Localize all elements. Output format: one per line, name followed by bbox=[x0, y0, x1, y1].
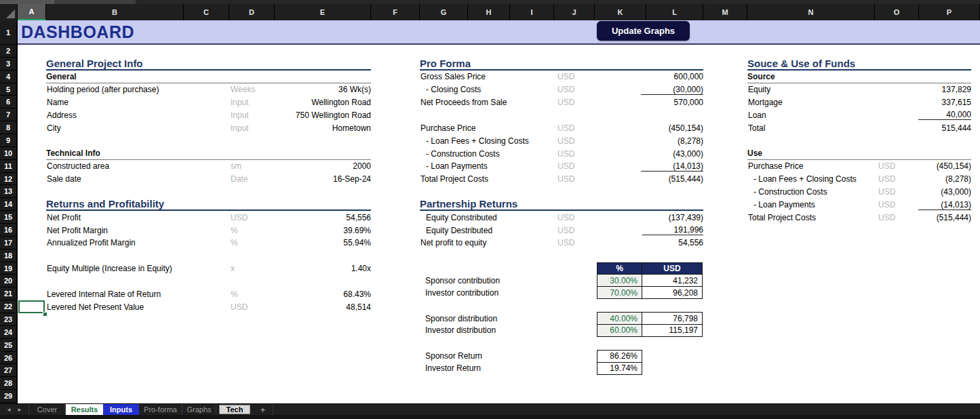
cell-label[interactable]: Total bbox=[747, 123, 878, 133]
row-header-15[interactable]: 15 bbox=[0, 211, 16, 224]
section-title[interactable]: Pro Forma bbox=[420, 58, 703, 71]
cell-unit[interactable]: USD bbox=[878, 187, 918, 197]
column-header-G[interactable]: G bbox=[420, 4, 468, 20]
add-sheet-button[interactable]: + bbox=[253, 404, 273, 415]
cell-value[interactable]: 515,444 bbox=[918, 123, 971, 133]
cell-unit[interactable]: USD bbox=[557, 98, 641, 107]
cell-usd-value[interactable]: 96,208 bbox=[642, 286, 703, 299]
cell-label[interactable]: Annualized Profit Margin bbox=[46, 238, 231, 247]
cell-label[interactable]: Investor Return bbox=[420, 362, 597, 375]
cell-unit[interactable]: x bbox=[231, 264, 271, 273]
cell-unit[interactable]: USD bbox=[557, 238, 642, 247]
cell-label[interactable]: Purchase Price bbox=[747, 161, 878, 171]
cell-value[interactable]: (30,000) bbox=[641, 85, 703, 95]
cell-label[interactable]: Sale date bbox=[46, 174, 231, 184]
column-header-E[interactable]: E bbox=[275, 4, 371, 20]
cell-unit[interactable]: USD bbox=[878, 200, 918, 210]
cell-label[interactable]: Net Proceeds from Sale bbox=[420, 98, 557, 107]
cell-value[interactable]: Hometown bbox=[271, 123, 371, 133]
cell-label[interactable]: Equity Destributed bbox=[420, 226, 557, 235]
row-header-28[interactable]: 28 bbox=[0, 377, 16, 390]
column-header-L[interactable]: L bbox=[646, 4, 703, 20]
cell-label[interactable]: - Construction Costs bbox=[747, 187, 878, 197]
subsection-header[interactable]: Technical Info bbox=[46, 147, 371, 160]
cell-label[interactable]: - Loan Payments bbox=[747, 200, 878, 210]
cell-value[interactable]: 570,000 bbox=[641, 98, 703, 107]
cell-unit[interactable]: Input bbox=[231, 98, 271, 107]
cell-label[interactable]: Net Profit bbox=[46, 213, 231, 222]
cell-pct-value[interactable]: 70.00% bbox=[597, 286, 642, 299]
cell-unit[interactable]: Input bbox=[231, 123, 271, 133]
cell-value[interactable]: 750 Wellington Road bbox=[271, 111, 371, 120]
cell-unit[interactable]: USD bbox=[557, 136, 641, 146]
select-all-corner[interactable] bbox=[0, 4, 18, 20]
row-header-21[interactable]: 21 bbox=[0, 287, 16, 300]
cell-value[interactable]: (450,154) bbox=[641, 123, 703, 133]
row-header-19[interactable]: 19 bbox=[0, 262, 16, 275]
cell-value[interactable]: 191,996 bbox=[642, 225, 703, 235]
cell-value[interactable]: (43,000) bbox=[641, 149, 703, 159]
cell-label[interactable]: - Loan Fees + Closing Costs bbox=[420, 136, 557, 146]
cell-value[interactable]: (8,278) bbox=[918, 174, 971, 184]
row-header-25[interactable]: 25 bbox=[0, 339, 16, 352]
cell-label[interactable]: Equity Multiple (Increase in Equity) bbox=[46, 264, 231, 273]
cell-value[interactable]: 55.94% bbox=[271, 238, 371, 247]
cell-label[interactable]: Investor distribution bbox=[420, 324, 597, 337]
cell-unit[interactable]: USD bbox=[557, 149, 641, 159]
cell-value[interactable]: 16-Sep-24 bbox=[271, 174, 371, 184]
cell-value[interactable]: 337,615 bbox=[918, 98, 971, 107]
cell-label[interactable]: - Closing Costs bbox=[420, 85, 557, 94]
row-header-11[interactable]: 11 bbox=[0, 160, 16, 173]
cell-value[interactable]: (14,013) bbox=[918, 200, 971, 210]
sheet-tab-cover[interactable]: Cover bbox=[28, 404, 66, 415]
row-header-6[interactable]: 6 bbox=[0, 96, 16, 108]
cell-value[interactable]: 68.43% bbox=[271, 290, 371, 299]
cell-label[interactable]: Total Project Costs bbox=[420, 174, 557, 184]
row-header-29[interactable]: 29 bbox=[0, 390, 16, 403]
cell-label[interactable]: Purchase Price bbox=[420, 123, 557, 133]
row-header-3[interactable]: 3 bbox=[0, 58, 16, 71]
subsection-header[interactable]: Source bbox=[747, 71, 971, 83]
column-header-A[interactable]: A bbox=[18, 4, 46, 20]
row-header-23[interactable]: 23 bbox=[0, 313, 16, 326]
row-header-20[interactable]: 20 bbox=[0, 275, 16, 287]
tab-scroll-right-icon[interactable]: ► bbox=[17, 407, 22, 413]
section-title[interactable]: Returns and Profitability bbox=[46, 198, 371, 211]
column-header-F[interactable]: F bbox=[371, 4, 420, 20]
subsection-header[interactable]: General bbox=[46, 71, 371, 83]
cell-label[interactable]: Sponsor Return bbox=[420, 350, 597, 363]
row-header-14[interactable]: 14 bbox=[0, 198, 16, 211]
cell-label[interactable]: Constructed area bbox=[46, 161, 231, 171]
cell-pct-value[interactable]: 30.00% bbox=[597, 274, 642, 287]
cell-value[interactable]: (515,444) bbox=[918, 213, 971, 222]
row-header-12[interactable]: 12 bbox=[0, 173, 16, 186]
cell-label[interactable]: - Construction Costs bbox=[420, 149, 557, 159]
cell-value[interactable]: (14,013) bbox=[641, 161, 703, 172]
cell-unit[interactable]: sm bbox=[231, 161, 271, 171]
cell-label[interactable]: Loan bbox=[747, 111, 878, 120]
cell-value[interactable]: 137,829 bbox=[918, 85, 971, 94]
cell-unit[interactable]: USD bbox=[878, 174, 918, 184]
row-header-22[interactable]: 22 bbox=[0, 300, 16, 313]
cell-label[interactable]: Sponsor distribution bbox=[420, 312, 597, 325]
row-header-13[interactable]: 13 bbox=[0, 185, 16, 198]
cell-usd-value[interactable]: 115,197 bbox=[642, 324, 703, 337]
cell-label[interactable]: Sponsor contribution bbox=[420, 274, 597, 287]
cell-value[interactable]: (8,278) bbox=[641, 136, 703, 146]
cell-label[interactable]: Name bbox=[46, 98, 231, 107]
cell-unit[interactable]: Weeks bbox=[231, 85, 271, 94]
cell-unit[interactable]: USD bbox=[878, 213, 918, 222]
row-header-1[interactable]: 1 bbox=[0, 20, 16, 45]
update-graphs-button[interactable]: Update Graphs bbox=[597, 21, 690, 41]
cell-unit[interactable]: USD bbox=[557, 213, 642, 222]
cell-usd-value[interactable]: 76,798 bbox=[642, 312, 703, 325]
cell-unit[interactable]: USD bbox=[557, 226, 642, 235]
cell-unit[interactable]: USD bbox=[557, 161, 641, 171]
row-header-16[interactable]: 16 bbox=[0, 224, 16, 237]
cell-unit[interactable]: Input bbox=[231, 111, 271, 120]
column-header-I[interactable]: I bbox=[510, 4, 554, 20]
cell-value[interactable]: (43,000) bbox=[918, 187, 971, 197]
sheet-tab-results[interactable]: Results bbox=[66, 404, 103, 415]
row-header-27[interactable]: 27 bbox=[0, 364, 16, 377]
cell-value[interactable]: (450,154) bbox=[918, 161, 971, 171]
